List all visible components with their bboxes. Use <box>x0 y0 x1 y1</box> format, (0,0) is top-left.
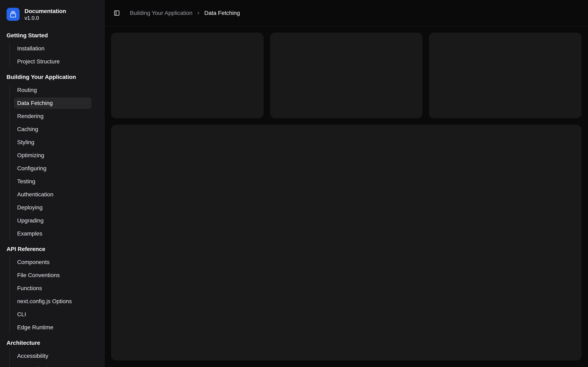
placeholder-card-row <box>111 33 581 118</box>
sidebar-group: API Reference Components File Convention… <box>0 243 104 334</box>
sidebar-item-accessibility[interactable]: Accessibility <box>14 350 91 362</box>
app-root: Documentation v1.0.0 Getting Started Ins… <box>0 0 588 367</box>
sidebar-item-testing[interactable]: Testing <box>14 176 91 187</box>
sidebar-list-row: Upgrading <box>14 215 91 226</box>
sidebar-list-row: Testing <box>14 176 91 187</box>
sidebar-item-upgrading[interactable]: Upgrading <box>14 215 91 226</box>
sidebar-item-file-conventions[interactable]: File Conventions <box>14 269 91 281</box>
breadcrumb-current-page: Data Fetching <box>204 10 240 16</box>
sidebar: Documentation v1.0.0 Getting Started Ins… <box>0 0 104 367</box>
sidebar-list-row: Installation <box>14 43 91 54</box>
main-area: Building Your Application Data Fetching <box>104 0 588 367</box>
sidebar-item-configuring[interactable]: Configuring <box>14 163 91 174</box>
sidebar-list-row: next.config.js Options <box>14 296 91 307</box>
sidebar-group: Getting Started Installation Project Str… <box>0 29 104 68</box>
sidebar-list-row: Data Fetching <box>14 98 91 109</box>
sidebar-group: Building Your Application Routing Data F… <box>0 71 104 240</box>
sidebar-list-row: Edge Runtime <box>14 322 91 333</box>
sidebar-item-project-structure[interactable]: Project Structure <box>14 56 91 67</box>
sidebar-group-items: Routing Data Fetching Rendering Caching … <box>9 83 91 240</box>
sidebar-item-functions[interactable]: Functions <box>14 283 91 294</box>
sidebar-list-row: Examples <box>14 228 91 239</box>
sidebar-list-row: Deploying <box>14 202 91 213</box>
sidebar-item-components[interactable]: Components <box>14 257 91 268</box>
sidebar-item-next-config-js-options[interactable]: next.config.js Options <box>14 296 91 307</box>
sidebar-item-routing[interactable]: Routing <box>14 84 91 96</box>
sidebar-list-row: Caching <box>14 124 91 135</box>
sidebar-list-row: Configuring <box>14 163 91 174</box>
sidebar-list-row: Routing <box>14 84 91 96</box>
sidebar-item-cli[interactable]: CLI <box>14 309 91 320</box>
sidebar-header-button[interactable]: Documentation v1.0.0 <box>0 0 104 26</box>
sidebar-group-label-building-your-application[interactable]: Building Your Application <box>3 71 101 83</box>
placeholder-card <box>111 33 264 118</box>
sidebar-group: Architecture Accessibility Fast Refresh <box>0 336 104 367</box>
chevron-right-icon <box>196 11 201 15</box>
sidebar-item-installation[interactable]: Installation <box>14 43 91 54</box>
sidebar-item-data-fetching[interactable]: Data Fetching <box>14 98 91 109</box>
sidebar-list-row: File Conventions <box>14 269 91 281</box>
sidebar-list-row: Optimizing <box>14 150 91 161</box>
sidebar-toggle-button[interactable] <box>111 7 122 19</box>
sidebar-item-deploying[interactable]: Deploying <box>14 202 91 213</box>
sidebar-list-row: Fast Refresh <box>14 363 91 367</box>
sidebar-group-label-architecture[interactable]: Architecture <box>3 336 101 350</box>
breadcrumb-section-link[interactable]: Building Your Application <box>130 10 192 16</box>
sidebar-list-row: CLI <box>14 309 91 320</box>
sidebar-group-items: Components File Conventions Functions ne… <box>9 256 91 334</box>
app-logo <box>7 8 20 21</box>
sidebar-group-items: Installation Project Structure <box>9 42 91 68</box>
sidebar-item-authentication[interactable]: Authentication <box>14 189 91 200</box>
sidebar-item-edge-runtime[interactable]: Edge Runtime <box>14 322 91 333</box>
sidebar-group-label-getting-started[interactable]: Getting Started <box>3 29 101 42</box>
gallery-vertical-end-icon <box>9 11 17 18</box>
sidebar-list-row: Functions <box>14 283 91 294</box>
sidebar-list-row: Accessibility <box>14 350 91 362</box>
panel-left-icon <box>114 10 120 16</box>
sidebar-item-rendering[interactable]: Rendering <box>14 110 91 122</box>
sidebar-nav: Getting Started Installation Project Str… <box>0 26 104 367</box>
breadcrumb: Building Your Application Data Fetching <box>130 10 240 16</box>
sidebar-item-fast-refresh[interactable]: Fast Refresh <box>14 363 91 367</box>
sidebar-item-caching[interactable]: Caching <box>14 124 91 135</box>
sidebar-item-examples[interactable]: Examples <box>14 228 91 239</box>
page-content <box>104 26 588 367</box>
placeholder-content-panel <box>111 125 581 360</box>
sidebar-group-label-api-reference[interactable]: API Reference <box>3 243 101 256</box>
app-title: Documentation <box>25 8 66 15</box>
sidebar-list-row: Project Structure <box>14 56 91 67</box>
placeholder-card <box>429 33 581 118</box>
sidebar-list-row: Styling <box>14 137 91 148</box>
sidebar-item-styling[interactable]: Styling <box>14 137 91 148</box>
app-version: v1.0.0 <box>25 15 66 21</box>
sidebar-item-optimizing[interactable]: Optimizing <box>14 150 91 161</box>
app-title-block: Documentation v1.0.0 <box>25 8 66 21</box>
sidebar-list-row: Components <box>14 257 91 268</box>
topbar: Building Your Application Data Fetching <box>104 0 588 26</box>
sidebar-list-row: Authentication <box>14 189 91 200</box>
placeholder-card <box>270 33 423 118</box>
sidebar-list-row: Rendering <box>14 110 91 122</box>
sidebar-group-items: Accessibility Fast Refresh <box>9 350 91 367</box>
